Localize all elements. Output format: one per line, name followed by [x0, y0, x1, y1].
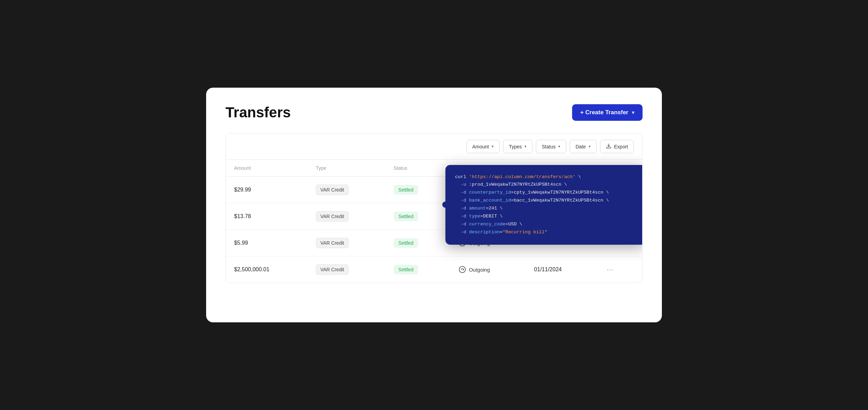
- status-cell: Settled: [385, 256, 450, 283]
- row-actions-cell: ⋯: [596, 256, 642, 283]
- amount-cell: $29.99: [226, 177, 308, 203]
- type-cell: VAR Credit: [308, 230, 385, 256]
- table-row: $2,500,000.01 VAR Credit Settled Outgoin…: [226, 256, 642, 283]
- chevron-down-icon: ▾: [589, 144, 591, 149]
- status-filter-label: Status: [542, 144, 556, 149]
- outgoing-icon: [459, 266, 466, 273]
- row-more-button[interactable]: ⋯: [604, 264, 617, 275]
- status-badge: Settled: [394, 238, 418, 248]
- direction-label: Outgoing: [469, 267, 490, 273]
- types-filter-button[interactable]: Types ▾: [503, 140, 532, 153]
- code-line-4: -d bank_account_id=bacc_1vWeqakwT2N7NYRt…: [455, 197, 636, 205]
- type-badge: VAR Credit: [316, 264, 349, 275]
- type-badge: VAR Credit: [316, 185, 349, 195]
- col-amount: Amount: [226, 160, 308, 177]
- status-badge: Settled: [394, 212, 418, 221]
- export-icon: [606, 143, 611, 150]
- status-badge: Settled: [394, 265, 418, 274]
- amount-cell: $2,500,000.01: [226, 256, 308, 283]
- svg-point-3: [459, 266, 465, 273]
- chevron-down-icon: ▾: [492, 144, 494, 149]
- amount-filter-button[interactable]: Amount ▾: [466, 140, 500, 153]
- chevron-down-icon: ▾: [632, 110, 634, 115]
- code-line-8: -d description="Recurring bill": [455, 228, 636, 236]
- create-transfer-button[interactable]: + Create Transfer ▾: [572, 104, 643, 121]
- chevron-down-icon: ▾: [524, 144, 527, 149]
- type-cell: VAR Credit: [308, 203, 385, 230]
- status-cell: Settled: [385, 230, 450, 256]
- table-container: Amount ▾ Types ▾ Status ▾ Date ▾: [225, 133, 643, 283]
- connector-dot: [442, 202, 449, 208]
- status-cell: Settled: [385, 203, 450, 230]
- code-line-6: -d type=DEBIT \: [455, 213, 636, 221]
- code-line-7: -d currency_code=USD \: [455, 221, 636, 228]
- date-cell: 01/11/2024: [526, 256, 596, 283]
- create-transfer-label: + Create Transfer: [580, 109, 628, 116]
- filter-bar: Amount ▾ Types ▾ Status ▾ Date ▾: [226, 134, 642, 160]
- status-badge: Settled: [394, 185, 418, 195]
- code-line-5: -d amount=241 \: [455, 205, 636, 213]
- status-filter-button[interactable]: Status ▾: [536, 140, 566, 153]
- code-line-3: -d counterparty_id=cpty_1vWeqakwT2N7NYRt…: [455, 189, 636, 197]
- type-cell: VAR Credit: [308, 177, 385, 203]
- export-label: Export: [614, 144, 628, 149]
- col-type: Type: [308, 160, 385, 177]
- code-line-1: curl 'https://api.column.com/transfers/a…: [455, 173, 636, 181]
- col-status: Status: [385, 160, 450, 177]
- type-cell: VAR Credit: [308, 256, 385, 283]
- type-badge: VAR Credit: [316, 211, 349, 222]
- app-container: Transfers + Create Transfer ▾ Amount ▾ T…: [206, 88, 662, 322]
- amount-filter-label: Amount: [472, 144, 489, 149]
- date-filter-button[interactable]: Date ▾: [570, 140, 597, 153]
- page-title: Transfers: [225, 104, 291, 121]
- amount-cell: $5.99: [226, 230, 308, 256]
- page-header: Transfers + Create Transfer ▾: [225, 104, 643, 121]
- code-tooltip: curl 'https://api.column.com/transfers/a…: [445, 165, 643, 245]
- type-badge: VAR Credit: [316, 238, 349, 248]
- amount-cell: $13.78: [226, 203, 308, 230]
- types-filter-label: Types: [509, 144, 522, 149]
- direction-cell: Outgoing: [450, 256, 526, 283]
- chevron-down-icon: ▾: [558, 144, 560, 149]
- date-filter-label: Date: [576, 144, 586, 149]
- status-cell: Settled: [385, 177, 450, 203]
- export-button[interactable]: Export: [600, 140, 634, 153]
- code-line-2: -u :prod_1vWeqakwT2N7NYRtZkUPSBt4scn \: [455, 181, 636, 189]
